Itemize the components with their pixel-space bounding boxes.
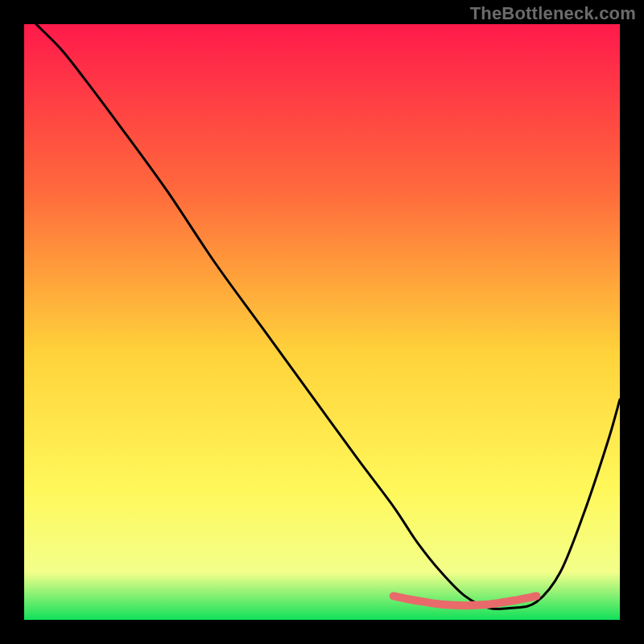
gradient-background xyxy=(24,24,620,620)
watermark-text: TheBottleneck.com xyxy=(470,3,636,24)
chart-stage: TheBottleneck.com xyxy=(0,0,644,644)
bottleneck-chart xyxy=(24,24,620,620)
